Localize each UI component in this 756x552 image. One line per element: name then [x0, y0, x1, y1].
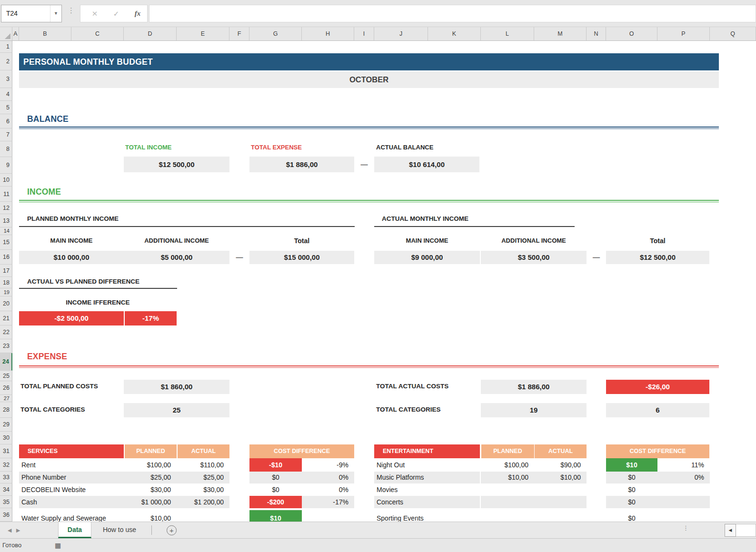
column-header[interactable]: N: [587, 27, 606, 40]
table-cell[interactable]: $25,00: [124, 472, 177, 483]
table-cell[interactable]: -9%: [302, 458, 354, 472]
expense-heading[interactable]: EXPENSE: [27, 352, 67, 362]
table-cell[interactable]: [534, 483, 587, 496]
row-header[interactable]: 20: [0, 296, 12, 311]
cost-difference-header[interactable]: COST DIFFERENCE: [606, 444, 709, 458]
actual-additional-income-label[interactable]: ADDITIONAL INCOME: [481, 237, 587, 244]
table-cell[interactable]: $10: [249, 510, 302, 522]
column-header[interactable]: D: [124, 27, 177, 40]
row-header[interactable]: 3: [0, 70, 12, 88]
row-header[interactable]: 19: [0, 288, 12, 296]
table-cell[interactable]: Movies: [374, 483, 480, 496]
table-cell[interactable]: 0%: [302, 483, 354, 496]
income-heading[interactable]: INCOME: [27, 187, 61, 197]
row-header[interactable]: 31: [0, 444, 12, 458]
table-cell[interactable]: $10,00: [534, 472, 587, 483]
row-header[interactable]: 22: [0, 325, 12, 339]
table-cell[interactable]: 11%: [657, 458, 710, 472]
row-header[interactable]: 9: [0, 157, 12, 174]
costs-difference-value[interactable]: -$26,00: [606, 380, 709, 394]
row-header[interactable]: 11: [0, 187, 12, 202]
table-cell[interactable]: $0: [249, 472, 302, 483]
total-expense-label[interactable]: TOTAL EXPENSE: [251, 144, 302, 151]
row-header[interactable]: 13: [0, 214, 12, 227]
table-cell[interactable]: $100,00: [124, 458, 177, 472]
table-cell[interactable]: $25,00: [177, 472, 229, 483]
actual-column-header[interactable]: ACTUAL: [534, 444, 587, 458]
table-cell[interactable]: Cash: [19, 496, 124, 508]
table-cell[interactable]: $0: [606, 496, 657, 508]
row-header[interactable]: 30: [0, 432, 12, 444]
total-planned-costs-label[interactable]: TOTAL PLANNED COSTS: [20, 383, 98, 390]
row-header[interactable]: 18: [0, 277, 12, 288]
row-header[interactable]: 21: [0, 311, 12, 325]
table-cell[interactable]: Water Supply and Sewerage: [19, 510, 124, 522]
add-sheet-icon[interactable]: +: [167, 525, 177, 535]
column-header[interactable]: K: [428, 27, 481, 40]
row-header[interactable]: 25: [0, 371, 12, 381]
planned-column-header[interactable]: PLANNED: [481, 444, 534, 458]
column-header[interactable]: C: [71, 27, 124, 40]
table-cell[interactable]: Phone Number: [19, 472, 124, 483]
column-header[interactable]: A: [12, 27, 19, 40]
actual-main-income-value[interactable]: $9 000,00: [374, 251, 480, 264]
total-income-label[interactable]: TOTAL INCOME: [125, 144, 172, 151]
hscroll-left-icon[interactable]: ◀: [725, 524, 736, 537]
planned-column-header[interactable]: PLANNED: [124, 444, 177, 458]
column-header[interactable]: H: [302, 27, 354, 40]
table-cell[interactable]: $0: [249, 483, 302, 496]
row-header[interactable]: 32: [0, 458, 12, 472]
table-cell[interactable]: $0: [606, 472, 657, 483]
planned-categories-value[interactable]: 25: [124, 403, 229, 417]
table-cell[interactable]: [302, 510, 354, 522]
confirm-icon[interactable]: ✓: [107, 5, 126, 22]
table-cell[interactable]: -$10: [249, 458, 302, 472]
categories-difference-value[interactable]: 6: [606, 403, 709, 417]
income-difference-label[interactable]: INCOME IFFERENCE: [19, 299, 177, 306]
table-cell[interactable]: 0%: [657, 472, 710, 483]
table-cell[interactable]: Music Platforms: [374, 472, 480, 483]
formula-bar-grip-icon[interactable]: ⋮: [68, 7, 73, 21]
actual-total-label[interactable]: Total: [606, 237, 709, 245]
planned-total-value[interactable]: $15 000,00: [249, 251, 354, 264]
row-header[interactable]: 8: [0, 141, 12, 157]
planned-additional-income-label[interactable]: ADDITIONAL INCOME: [124, 237, 229, 244]
row-header[interactable]: 35: [0, 496, 12, 508]
total-planned-costs-value[interactable]: $1 860,00: [124, 380, 229, 394]
row-header[interactable]: 16: [0, 250, 12, 265]
insert-function-icon[interactable]: fx: [128, 5, 147, 22]
actual-categories-label[interactable]: TOTAL CATEGORIES: [376, 406, 441, 413]
name-box[interactable]: T24 ▼: [1, 5, 62, 22]
table-cell[interactable]: [534, 496, 587, 508]
planned-additional-income-value[interactable]: $5 000,00: [124, 251, 229, 264]
table-cell[interactable]: -17%: [302, 496, 354, 508]
row-header-active[interactable]: 24: [0, 353, 12, 371]
cancel-icon[interactable]: ✕: [85, 5, 104, 22]
table-cell[interactable]: $0: [606, 510, 657, 522]
planned-main-income-value[interactable]: $10 000,00: [19, 251, 124, 264]
income-difference-percent[interactable]: -17%: [124, 311, 177, 325]
table-cell[interactable]: $30,00: [124, 483, 177, 496]
row-header[interactable]: 15: [0, 235, 12, 250]
balance-heading[interactable]: BALANCE: [27, 114, 69, 124]
actual-balance-label[interactable]: ACTUAL BALANCE: [376, 144, 433, 151]
row-header[interactable]: 34: [0, 483, 12, 496]
total-expense-value[interactable]: $1 886,00: [249, 157, 354, 172]
table-cell[interactable]: $10: [606, 458, 657, 472]
sheet-nav-left-icon[interactable]: ◀: [8, 522, 11, 538]
column-header[interactable]: F: [229, 27, 249, 40]
table-cell[interactable]: Rent: [19, 458, 124, 472]
column-header[interactable]: J: [374, 27, 428, 40]
table-cell[interactable]: [657, 483, 710, 496]
hscroll-track[interactable]: [736, 524, 756, 537]
table-cell[interactable]: [657, 496, 710, 508]
actual-total-value[interactable]: $12 500,00: [606, 251, 709, 264]
column-header[interactable]: G: [249, 27, 302, 40]
row-header[interactable]: 10: [0, 174, 12, 187]
actual-income-heading[interactable]: ACTUAL MONTHLY INCOME: [382, 215, 468, 222]
table-cell[interactable]: 0%: [302, 472, 354, 483]
cost-difference-header[interactable]: COST DIFFERENCE: [249, 444, 354, 458]
column-header[interactable]: L: [481, 27, 534, 40]
planned-main-income-label[interactable]: MAIN INCOME: [19, 237, 124, 244]
row-header[interactable]: 17: [0, 265, 12, 277]
